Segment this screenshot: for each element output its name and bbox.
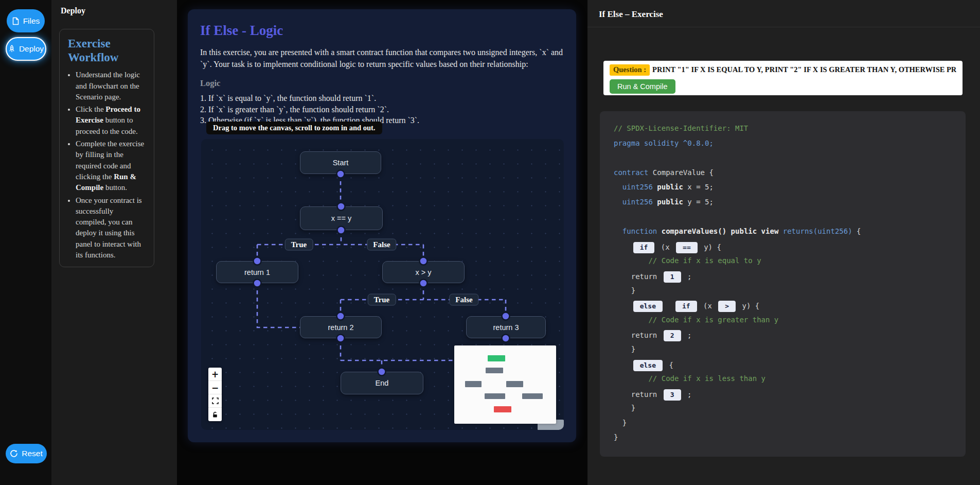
reset-icon: [10, 449, 18, 458]
code-token: [614, 198, 622, 206]
code-blank-chip[interactable]: ==: [676, 242, 698, 253]
files-button[interactable]: Files: [7, 9, 45, 32]
code-line: else if (x > y) {: [614, 301, 966, 316]
code-blank-chip[interactable]: 2: [664, 330, 681, 341]
code-token: {: [852, 227, 861, 235]
code-token: pragma solidity ^0.8.0;: [614, 139, 714, 147]
code-token: uint256: [622, 198, 653, 206]
code-token: (x: [699, 302, 717, 310]
code-line: [614, 153, 966, 168]
deploy-button-label: Deploy: [19, 44, 44, 54]
deploy-button[interactable]: Deploy: [6, 37, 46, 61]
reset-button-label: Reset: [22, 449, 43, 458]
workflow-card: Exercise Workflow Understand the logic a…: [59, 29, 154, 267]
code-blank-chip[interactable]: else: [633, 301, 663, 312]
minimap-node: [522, 393, 543, 399]
code-token: public: [657, 198, 683, 206]
flow-node-x-greater-y[interactable]: x > y: [382, 261, 465, 283]
code-token: [614, 361, 631, 369]
flow-node-return-1[interactable]: return 1: [216, 261, 298, 283]
canvas-tooltip: Drag to move the canvas, scroll to zoom …: [206, 122, 382, 134]
edge-label-true: True: [285, 239, 313, 251]
fit-view-button[interactable]: [208, 394, 222, 408]
lock-button[interactable]: [208, 408, 222, 421]
flow-node-label: End: [376, 379, 389, 387]
logic-list: If `x` is equal to `y`, the function sho…: [200, 93, 576, 125]
code-token: contract: [614, 168, 653, 177]
flow-node-return-2[interactable]: return 2: [300, 316, 382, 338]
scenario-title: If Else - Logic: [200, 23, 576, 39]
run-compile-button[interactable]: Run & Compile: [610, 79, 675, 94]
code-token: return: [614, 331, 662, 339]
minimap[interactable]: [454, 345, 556, 424]
code-blank-chip[interactable]: >: [718, 301, 736, 312]
code-line: if (x == y) {: [614, 242, 966, 257]
file-icon: [12, 17, 20, 25]
code-token: // SPDX-License-Identifier: MIT: [614, 124, 748, 132]
code-line: // Code if x is less than y: [614, 374, 966, 389]
code-token: ;: [683, 272, 692, 281]
fit-view-icon: [212, 397, 219, 404]
code-token: x = 5;: [683, 183, 714, 191]
code-line: // Code if x is greater than y: [614, 316, 966, 331]
code-token: function: [622, 227, 662, 235]
code-blank-chip[interactable]: 3: [664, 389, 681, 401]
question-text: PRINT "1" IF X IS EQUAL TO Y, PRINT "2" …: [652, 65, 956, 74]
minimap-node: [506, 381, 523, 387]
code-line: function compareValues() public view ret…: [614, 227, 966, 242]
code-token: [614, 183, 622, 191]
code-line: }: [614, 286, 966, 301]
code-token: [726, 227, 730, 235]
app-root: Files Deploy Reset Deploy Exercise Workf…: [0, 0, 980, 485]
edge-label-false: False: [449, 294, 478, 306]
exercise-header: If Else – Exercise: [587, 0, 980, 27]
left-toolbar: Files Deploy Reset: [0, 0, 51, 485]
code-token: [614, 302, 631, 310]
logic-item: If `x` is equal to `y`, the function sho…: [200, 93, 576, 103]
canvas-controls: + −: [208, 368, 222, 421]
code-token: ;: [683, 331, 692, 339]
workflow-item: Understand the logic and flowchart on th…: [76, 70, 146, 102]
zoom-in-button[interactable]: +: [208, 368, 222, 381]
plus-icon: +: [211, 369, 219, 379]
flow-node-label: return 2: [328, 323, 354, 332]
code-line: // Code if x is equal to y: [614, 256, 966, 271]
code-line: }: [614, 404, 966, 419]
flow-node-x-equals-y[interactable]: x == y: [300, 206, 383, 230]
code-token: public view: [731, 227, 779, 235]
code-line: return 2 ;: [614, 330, 966, 345]
flow-node-label: Start: [333, 159, 349, 167]
flow-node-return-3[interactable]: return 3: [466, 316, 546, 338]
scenario-card: If Else - Logic In this exercise, you ar…: [188, 9, 576, 442]
code-line: // SPDX-License-Identifier: MIT: [614, 124, 966, 139]
code-token: CompareValue {: [653, 168, 714, 177]
workflow-title: Exercise Workflow: [68, 37, 146, 64]
flow-node-label: x == y: [331, 214, 352, 222]
code-blank-chip[interactable]: 1: [664, 271, 681, 283]
flow-node-end[interactable]: End: [341, 372, 423, 394]
question-label: Question :: [610, 64, 650, 76]
logic-heading: Logic: [200, 78, 576, 89]
code-blank-chip[interactable]: else: [633, 360, 663, 371]
workflow-item: Once your contract is successfully compi…: [76, 195, 146, 261]
scenario-description: In this exercise, you are presented with…: [200, 47, 564, 70]
code-token: public: [657, 183, 683, 191]
code-token: {: [665, 361, 673, 369]
edge-label-true: True: [368, 294, 396, 306]
minus-icon: −: [211, 383, 219, 393]
flow-node-start[interactable]: Start: [300, 151, 381, 174]
workflow-list: Understand the logic and flowchart on th…: [68, 70, 146, 261]
code-line: }: [614, 433, 966, 448]
code-editor: // SPDX-License-Identifier: MITpragma so…: [600, 111, 966, 457]
code-token: y = 5;: [683, 198, 714, 206]
code-token: (x: [656, 243, 674, 251]
flow-canvas[interactable]: Start x == y return 1 x > y return 2 ret…: [201, 139, 564, 430]
code-blank-chip[interactable]: if: [633, 242, 655, 253]
zoom-out-button[interactable]: −: [208, 381, 222, 394]
code-token: }: [614, 286, 635, 295]
code-line: }: [614, 345, 966, 360]
reset-button[interactable]: Reset: [6, 444, 47, 463]
code-line: else {: [614, 360, 966, 375]
code-blank-chip[interactable]: if: [675, 301, 697, 312]
code-token: return: [614, 390, 662, 399]
